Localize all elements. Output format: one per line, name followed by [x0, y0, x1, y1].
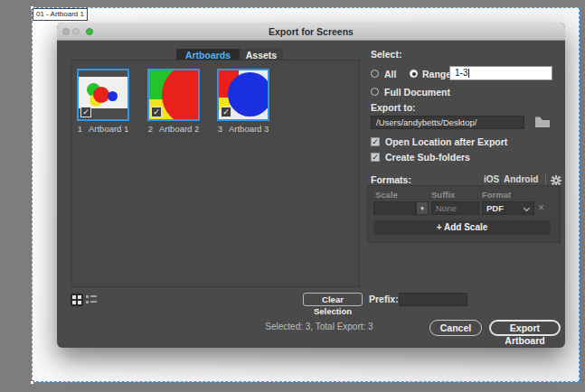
cancel-button[interactable]: Cancel — [429, 320, 482, 336]
caret-down-icon: ▾ — [420, 205, 424, 211]
minimize-window-icon[interactable] — [72, 28, 80, 35]
blue-circle-art — [108, 91, 118, 101]
letterbox-band — [79, 70, 127, 77]
radio-all[interactable] — [371, 70, 379, 78]
radio-full-document[interactable] — [371, 88, 379, 96]
chevron-down-icon — [524, 205, 530, 211]
format-value: PDF — [486, 203, 504, 213]
artboard-checkbox[interactable]: ✓ — [80, 107, 91, 117]
artboard-name[interactable]: Artboard 2 — [159, 124, 199, 134]
dialog-titlebar[interactable]: Export for Screens — [57, 23, 565, 41]
artboard-thumbnail-2[interactable]: ✓ — [147, 69, 200, 121]
check-icon: ✓ — [153, 107, 160, 117]
artboard-checkbox[interactable]: ✓ — [151, 107, 162, 117]
dialog-title: Export for Screens — [57, 23, 565, 41]
open-location-label[interactable]: Open Location after Export — [385, 136, 507, 147]
selection-status: Selected: 3, Total Export: 3 — [215, 322, 423, 331]
select-label: Select: — [371, 49, 401, 60]
artboard-number: 3 — [218, 124, 222, 134]
artboard-thumbnail-1[interactable]: ✓ — [77, 69, 129, 121]
suffix-input[interactable]: None — [431, 201, 479, 215]
radio-range[interactable] — [410, 70, 418, 78]
preset-ios[interactable]: iOS — [484, 174, 499, 184]
preset-android[interactable]: Android — [504, 174, 538, 184]
divider — [545, 174, 546, 184]
add-scale-button[interactable]: + Add Scale — [373, 220, 551, 235]
red-circle-art — [162, 69, 200, 121]
artboard-label: 3 Artboard 3 — [217, 124, 269, 134]
artboard-list-panel: ✓ 1 Artboard 1 ✓ 2 Artboard 2 — [71, 60, 360, 287]
export-path-field[interactable]: /Users/andybetts/Desktop/ — [371, 116, 524, 129]
scale-value-field[interactable] — [373, 201, 416, 215]
create-subfolders-label[interactable]: Create Sub-folders — [385, 152, 470, 163]
formats-label: Formats: — [371, 174, 411, 185]
remove-format-icon[interactable]: × — [538, 201, 544, 215]
folder-icon — [534, 116, 551, 128]
scale-dropdown-button[interactable]: ▾ — [416, 201, 429, 215]
formats-table-panel: Scale Suffix Format ▾ None PDF × + Add S… — [367, 185, 561, 243]
radio-all-label[interactable]: All — [384, 69, 396, 79]
artboard-name-tag[interactable]: 01 - Artboard 1 — [33, 8, 88, 21]
artboard-thumbnail-3[interactable]: ✓ — [217, 69, 269, 121]
artboard-name[interactable]: Artboard 1 — [89, 124, 128, 134]
choose-folder-button[interactable] — [534, 116, 552, 129]
export-for-screens-dialog: Export for Screens Artboards Assets ✓ 1 … — [57, 23, 565, 348]
check-icon: ✓ — [222, 107, 230, 117]
blue-circle-art — [228, 72, 269, 117]
check-icon: ✓ — [82, 107, 90, 117]
text-cursor — [468, 69, 469, 78]
column-header-scale: Scale — [375, 190, 398, 200]
prefix-input[interactable] — [399, 293, 467, 306]
check-icon: ✓ — [372, 153, 379, 162]
column-header-suffix: Suffix — [431, 190, 455, 200]
artboard-number: 1 — [78, 124, 82, 134]
format-dropdown[interactable]: PDF — [482, 201, 534, 215]
create-subfolders-checkbox[interactable]: ✓ — [371, 153, 380, 162]
illustrator-workspace: 01 - Artboard 1 Export for Screens Artbo… — [0, 0, 585, 392]
column-header-format: Format — [482, 190, 511, 200]
export-to-label: Export to: — [371, 102, 416, 113]
clear-selection-button[interactable]: Clear Selection — [303, 293, 363, 306]
artboard-label: 2 Artboard 2 — [147, 124, 200, 134]
artboard-number: 2 — [148, 124, 153, 134]
check-icon: ✓ — [372, 137, 379, 146]
selection-handle[interactable] — [30, 380, 34, 385]
radio-full-document-label[interactable]: Full Document — [384, 87, 450, 98]
grid-view-icon[interactable] — [71, 294, 83, 306]
range-input[interactable]: 1-3 — [449, 66, 552, 80]
range-value: 1-3 — [455, 68, 467, 78]
artboard-label: 1 Artboard 1 — [77, 124, 129, 134]
artboard-name[interactable]: Artboard 3 — [229, 124, 269, 134]
close-window-icon[interactable] — [62, 28, 70, 35]
open-location-checkbox[interactable]: ✓ — [371, 137, 380, 146]
prefix-label: Prefix: — [369, 294, 399, 304]
export-artboard-button[interactable]: Export Artboard — [489, 320, 561, 336]
zoom-window-icon[interactable] — [86, 28, 93, 35]
list-view-icon[interactable] — [85, 294, 98, 306]
artboard-checkbox[interactable]: ✓ — [221, 107, 231, 117]
